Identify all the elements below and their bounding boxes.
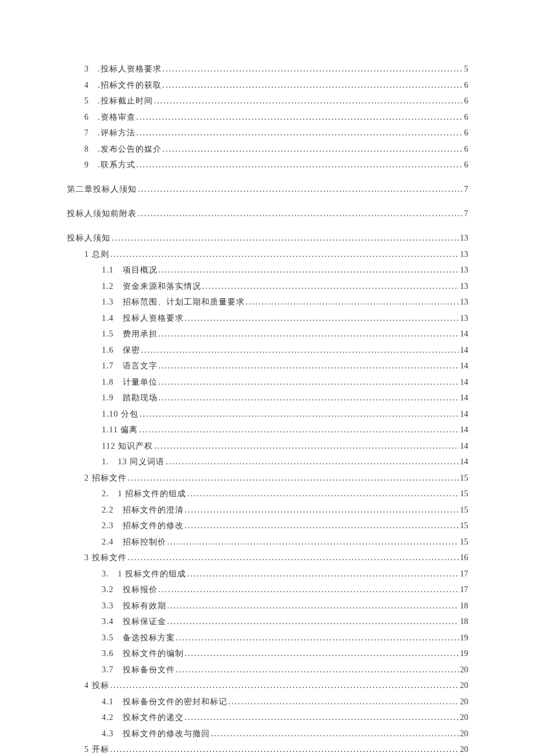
toc-entry: 2.2 招标文件的澄清 15 bbox=[67, 505, 468, 515]
toc-entry-page: 14 bbox=[460, 425, 468, 435]
toc-entry-page: 13 bbox=[460, 250, 468, 259]
toc-entry-label: 第二章投标人须知 bbox=[67, 184, 137, 195]
toc-entry: 1.9 踏勘现场14 bbox=[67, 393, 468, 403]
toc-entry-page: 15 bbox=[460, 506, 468, 515]
toc-entry: 1.11 偏离14 bbox=[67, 425, 468, 435]
toc-entry: 2 招标文件15 bbox=[67, 473, 468, 483]
toc-entry-page: 15 bbox=[460, 474, 468, 483]
toc-entry-label: 3.7 投标备份文件 bbox=[102, 665, 175, 675]
toc-entry: 4 .招标文件的获取6 bbox=[67, 80, 468, 91]
toc-entry-page: 20 bbox=[460, 665, 468, 675]
toc-leader-dots bbox=[159, 266, 459, 275]
toc-entry-page: 14 bbox=[460, 442, 468, 451]
toc-entry-page: 6 bbox=[464, 113, 468, 122]
toc-entry-label: 3.5 备选投标方案 bbox=[102, 633, 175, 643]
toc-entry-page: 19 bbox=[460, 633, 468, 643]
toc-entry-label: 5 开标 bbox=[84, 744, 109, 755]
toc-entry-page: 5 bbox=[464, 65, 468, 74]
toc-entry: 112 知识产权14 bbox=[67, 441, 468, 452]
toc-leader-dots bbox=[163, 81, 463, 90]
toc-entry-label: 2.2 招标文件的澄清 bbox=[102, 505, 184, 515]
toc-entry: 3 投标文件16 bbox=[67, 553, 468, 563]
toc-entry-label: 9 .联系方式 bbox=[84, 160, 135, 170]
toc-entry-label: 3. 1 投标文件的组成 bbox=[102, 569, 186, 579]
toc-entry-label: 2 招标文件 bbox=[84, 473, 127, 483]
toc-leader-dots bbox=[166, 457, 459, 467]
toc-entry-label: 7 .评标方法 bbox=[84, 128, 135, 138]
toc-entry-label: 1.3 招标范围、计划工期和质量要求 bbox=[102, 297, 245, 307]
toc-entry-page: 6 bbox=[464, 128, 468, 138]
toc-leader-dots bbox=[185, 314, 459, 323]
toc-entry: 投标人须知前附表7 bbox=[67, 209, 468, 219]
toc-entry-label: 1.10 分包 bbox=[102, 409, 138, 420]
toc-entry-label: 2.3 招标文件的修改 bbox=[102, 521, 184, 531]
toc-entry: 2.3 招标文件的修改 15 bbox=[67, 521, 468, 531]
toc-entry: 9 .联系方式6 bbox=[67, 160, 468, 170]
toc-entry: 6 .资格审查6 bbox=[67, 112, 468, 123]
toc-entry-page: 14 bbox=[460, 329, 468, 339]
toc-entry-page: 20 bbox=[460, 729, 468, 739]
toc-entry: 4.1 投标备份文件的密封和标记 20 bbox=[67, 697, 468, 707]
toc-leader-dots bbox=[185, 506, 459, 515]
toc-leader-dots bbox=[128, 553, 459, 562]
toc-entry-page: 20 bbox=[460, 681, 468, 690]
toc-entry: 3.3 投标有效期 18 bbox=[67, 601, 468, 611]
toc-entry-page: 7 bbox=[464, 209, 468, 218]
toc-leader-dots bbox=[138, 209, 463, 218]
toc-entry-page: 13 bbox=[460, 298, 468, 307]
toc-leader-dots bbox=[137, 128, 463, 138]
toc-entry-label: 3.6 投标文件的编制 bbox=[102, 648, 184, 659]
toc-leader-dots bbox=[110, 745, 459, 754]
toc-entry: 2.4 招标控制价 15 bbox=[67, 537, 468, 547]
toc-leader-dots bbox=[154, 442, 459, 451]
toc-leader-dots bbox=[110, 250, 459, 259]
toc-entry: 1.3 招标范围、计划工期和质量要求13 bbox=[67, 297, 468, 307]
toc-leader-dots bbox=[112, 234, 459, 243]
toc-entry-page: 6 bbox=[464, 96, 468, 106]
toc-entry: 第二章投标人须知7 bbox=[67, 184, 468, 195]
toc-leader-dots bbox=[159, 361, 459, 371]
toc-entry-label: 4 .招标文件的获取 bbox=[84, 80, 162, 91]
toc-entry-page: 15 bbox=[460, 521, 468, 531]
toc-leader-dots bbox=[187, 489, 459, 499]
toc-entry-page: 7 bbox=[464, 185, 468, 194]
toc-entry-page: 18 bbox=[460, 617, 468, 626]
toc-entry-label: 1.2 资金来源和落实情况 bbox=[102, 281, 201, 292]
toc-entry-page: 6 bbox=[464, 81, 468, 90]
toc-leader-dots bbox=[138, 185, 463, 194]
toc-entry: 2. 1 招标文件的组成 15 bbox=[67, 489, 468, 499]
table-of-contents: 3 .投标人资格要求54 .招标文件的获取65 .投标截止时间66 .资格审查6… bbox=[67, 64, 468, 756]
toc-entry-page: 16 bbox=[460, 553, 468, 562]
toc-entry: 4.2 投标文件的递交 20 bbox=[67, 712, 468, 723]
toc-entry: 4.3 投标文件的修改与撤回 20 bbox=[67, 729, 468, 739]
toc-entry: 1. 13 同义词语14 bbox=[67, 457, 468, 467]
toc-entry: 1.10 分包14 bbox=[67, 409, 468, 420]
toc-entry-label: 1.5 费用承担 bbox=[102, 329, 158, 339]
toc-entry-page: 6 bbox=[464, 145, 468, 154]
toc-entry-label: 1.4 投标人资格要求 bbox=[102, 313, 184, 324]
toc-entry: 5 开标20 bbox=[67, 744, 468, 755]
toc-entry-label: 1 总则 bbox=[84, 249, 109, 260]
toc-leader-dots bbox=[137, 113, 463, 122]
toc-entry-label: 3.2 投标报价 bbox=[102, 585, 158, 595]
toc-entry: 3.6 投标文件的编制 19 bbox=[67, 648, 468, 659]
toc-entry: 3. 1 投标文件的组成 17 bbox=[67, 569, 468, 579]
toc-entry-label: 8 .发布公告的媒介 bbox=[84, 144, 162, 155]
toc-entry-page: 14 bbox=[460, 378, 468, 387]
toc-entry-label: 1.1 项目概况 bbox=[102, 265, 158, 275]
toc-entry-label: 4.2 投标文件的递交 bbox=[102, 712, 184, 723]
toc-entry-page: 18 bbox=[460, 601, 468, 611]
toc-entry: 1.6 保密14 bbox=[67, 345, 468, 356]
toc-leader-dots bbox=[163, 65, 463, 74]
toc-leader-dots bbox=[167, 538, 459, 547]
toc-entry-page: 14 bbox=[460, 361, 468, 371]
toc-entry-page: 19 bbox=[460, 649, 468, 658]
toc-entry-label: 4.1 投标备份文件的密封和标记 bbox=[102, 697, 227, 707]
toc-entry-label: 4 投标 bbox=[84, 680, 109, 691]
toc-entry-label: 1.8 计量单位 bbox=[102, 377, 158, 388]
toc-leader-dots bbox=[167, 601, 459, 611]
toc-entry: 8 .发布公告的媒介6 bbox=[67, 144, 468, 155]
toc-entry-page: 17 bbox=[460, 569, 468, 579]
toc-leader-dots bbox=[229, 697, 459, 707]
toc-entry: 1 总则13 bbox=[67, 249, 468, 260]
